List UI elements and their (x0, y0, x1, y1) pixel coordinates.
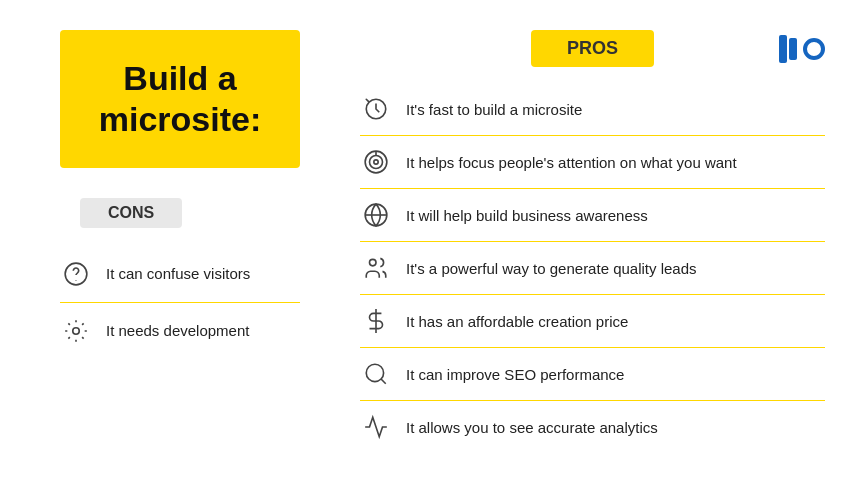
list-item: It can confuse visitors (60, 246, 300, 303)
target-icon (360, 146, 392, 178)
brand-logo (779, 35, 825, 63)
list-item: It needs development (60, 303, 300, 359)
pros-item-text: It helps focus people's attention on wha… (406, 154, 737, 171)
clock-icon (360, 93, 392, 125)
cons-item-text: It needs development (106, 322, 249, 339)
pros-badge: PROS (531, 30, 654, 67)
list-item: It can improve SEO performance (360, 348, 825, 401)
gear-icon (60, 315, 92, 347)
cons-item-text: It can confuse visitors (106, 265, 250, 282)
pros-item-text: It can improve SEO performance (406, 366, 624, 383)
list-item: It allows you to see accurate analytics (360, 401, 825, 453)
svg-point-1 (75, 280, 76, 281)
pros-item-text: It has an affordable creation price (406, 313, 628, 330)
right-header: PROS (360, 30, 825, 67)
chart-icon (360, 411, 392, 443)
list-item: It will help build business awareness (360, 189, 825, 242)
pros-item-text: It's a powerful way to generate quality … (406, 260, 697, 277)
logo-bar1 (779, 35, 787, 63)
list-item: It's a powerful way to generate quality … (360, 242, 825, 295)
people-icon (360, 252, 392, 284)
svg-point-10 (370, 259, 377, 266)
list-item: It's fast to build a microsite (360, 83, 825, 136)
svg-point-2 (73, 327, 80, 334)
list-item: It helps focus people's attention on wha… (360, 136, 825, 189)
search-icon (360, 358, 392, 390)
cons-list: It can confuse visitors It needs develop… (60, 246, 300, 359)
cons-section: CONS It can confuse visitors It needs de… (60, 198, 300, 359)
svg-point-6 (374, 160, 378, 164)
left-panel: Build a microsite: CONS It can confuse v… (40, 30, 320, 470)
cons-badge: CONS (80, 198, 182, 228)
title-box: Build a microsite: (60, 30, 300, 168)
svg-point-12 (366, 364, 383, 381)
page-title: Build a microsite: (84, 58, 276, 140)
pros-item-text: It's fast to build a microsite (406, 101, 582, 118)
svg-point-5 (370, 156, 383, 169)
pros-item-text: It allows you to see accurate analytics (406, 419, 658, 436)
question-icon (60, 258, 92, 290)
dollar-icon (360, 305, 392, 337)
logo-circle (803, 38, 825, 60)
list-item: It has an affordable creation price (360, 295, 825, 348)
right-panel: PROS It's fast to build a microsite It h… (360, 30, 825, 470)
logo-bar2 (789, 38, 797, 60)
pros-item-text: It will help build business awareness (406, 207, 648, 224)
pros-list: It's fast to build a microsite It helps … (360, 83, 825, 453)
svg-line-13 (381, 379, 386, 384)
globe-icon (360, 199, 392, 231)
main-container: Build a microsite: CONS It can confuse v… (0, 0, 865, 500)
